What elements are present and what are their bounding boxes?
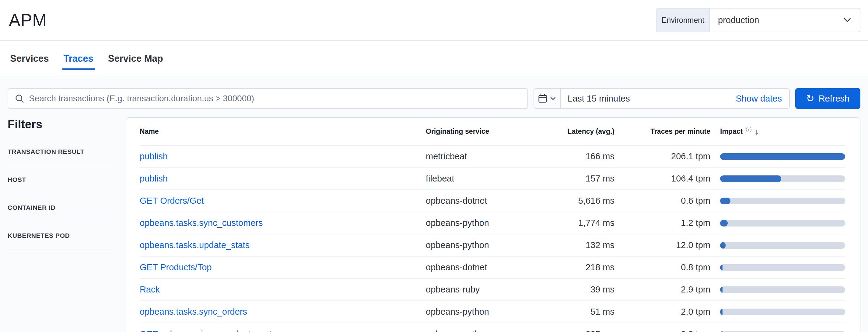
impact-bar	[720, 153, 845, 160]
originating-service: opbeans-dotnet	[426, 256, 532, 278]
latency-value: 225 ms	[532, 323, 615, 332]
filter-transaction-result[interactable]: TRANSACTION RESULT	[8, 138, 114, 166]
info-icon: ⓘ	[746, 126, 751, 134]
table-row: GET Products/Top opbeans-dotnet 218 ms 0…	[140, 256, 845, 278]
table-row: publish filebeat 157 ms 106.4 tpm	[140, 168, 845, 190]
tab-service-map[interactable]: Service Map	[107, 50, 164, 70]
table-row: opbeans.tasks.sync_customers opbeans-pyt…	[140, 212, 845, 234]
transaction-link[interactable]: GET Products/Top	[140, 262, 212, 272]
originating-service: opbeans-python	[426, 234, 532, 256]
chevron-down-icon	[550, 95, 556, 102]
primary-tabs: Services Traces Service Map	[0, 41, 868, 77]
table-header-row: Name Originating service Latency (avg.) …	[140, 118, 845, 145]
refresh-button[interactable]: ↻ Refresh	[795, 88, 860, 109]
time-range-value[interactable]: Last 15 minutes	[561, 94, 630, 104]
latency-value: 166 ms	[532, 145, 615, 168]
tab-traces[interactable]: Traces	[62, 50, 95, 70]
table-row: GET opbeans.views.product_customers opbe…	[140, 323, 845, 332]
refresh-label: Refresh	[819, 94, 850, 104]
impact-bar	[720, 287, 845, 293]
search-icon	[15, 94, 24, 103]
tpm-value: 0.6 tpm	[615, 190, 710, 212]
transaction-link[interactable]: publish	[140, 174, 168, 183]
transaction-link[interactable]: opbeans.tasks.sync_customers	[140, 218, 263, 228]
transaction-link[interactable]: publish	[140, 152, 168, 161]
tpm-value: 0.8 tpm	[615, 256, 710, 278]
search-box	[8, 88, 528, 109]
traces-table-panel: Name Originating service Latency (avg.) …	[126, 118, 860, 332]
column-header-latency[interactable]: Latency (avg.)	[532, 118, 615, 145]
calendar-icon	[538, 94, 547, 103]
chevron-down-icon	[843, 15, 852, 25]
impact-header-label: Impact	[720, 127, 743, 136]
content-area: Filters TRANSACTION RESULT HOST CONTAINE…	[0, 109, 868, 332]
transaction-link[interactable]: opbeans.tasks.update_stats	[140, 240, 250, 250]
column-header-name[interactable]: Name	[140, 118, 426, 145]
date-picker: Last 15 minutes Show dates	[533, 88, 790, 109]
impact-bar	[720, 242, 845, 249]
impact-bar	[720, 198, 845, 204]
filters-sidebar: Filters TRANSACTION RESULT HOST CONTAINE…	[8, 118, 114, 250]
latency-value: 132 ms	[532, 234, 615, 256]
originating-service: opbeans-python	[426, 301, 532, 323]
filter-kubernetes-pod[interactable]: KUBERNETES POD	[8, 222, 114, 250]
sort-desc-icon: ↓	[754, 127, 759, 136]
filters-title: Filters	[8, 118, 114, 131]
tpm-value: 2.9 tpm	[615, 278, 710, 301]
show-dates-link[interactable]: Show dates	[736, 94, 789, 104]
impact-bar	[720, 308, 845, 315]
filter-host[interactable]: HOST	[8, 166, 114, 194]
column-header-impact[interactable]: Impact ⓘ ↓	[710, 118, 845, 145]
originating-service: opbeans-python	[426, 212, 532, 234]
latency-value: 51 ms	[532, 301, 615, 323]
column-header-originating-service[interactable]: Originating service	[426, 118, 532, 145]
table-row: opbeans.tasks.update_stats opbeans-pytho…	[140, 234, 845, 256]
impact-bar	[720, 331, 845, 332]
page-title: APM	[9, 10, 47, 30]
latency-value: 1,774 ms	[532, 212, 615, 234]
filter-list: TRANSACTION RESULT HOST CONTAINER ID KUB…	[8, 138, 114, 250]
table-row: publish metricbeat 166 ms 206.1 tpm	[140, 145, 845, 168]
tpm-value: 1.2 tpm	[615, 212, 710, 234]
impact-bar	[720, 220, 845, 227]
latency-value: 157 ms	[532, 168, 615, 190]
latency-value: 218 ms	[532, 256, 615, 278]
table-row: Rack opbeans-ruby 39 ms 2.9 tpm	[140, 278, 845, 301]
originating-service: opbeans-ruby	[426, 278, 532, 301]
refresh-icon: ↻	[806, 94, 814, 103]
transaction-link[interactable]: GET opbeans.views.product_customers	[140, 329, 296, 332]
transaction-link[interactable]: Rack	[140, 285, 160, 294]
transaction-link[interactable]: opbeans.tasks.sync_orders	[140, 307, 247, 317]
environment-value: production	[718, 15, 839, 25]
calendar-button[interactable]	[534, 89, 561, 108]
impact-bar	[720, 264, 845, 271]
originating-service: filebeat	[426, 168, 532, 190]
table-row: GET Orders/Get opbeans-dotnet 5,616 ms 0…	[140, 190, 845, 212]
filter-container-id[interactable]: CONTAINER ID	[8, 194, 114, 222]
latency-value: 5,616 ms	[532, 190, 615, 212]
table-row: opbeans.tasks.sync_orders opbeans-python…	[140, 301, 845, 323]
originating-service: metricbeat	[426, 145, 532, 168]
transaction-link[interactable]: GET Orders/Get	[140, 196, 204, 205]
environment-select[interactable]: production	[710, 8, 860, 32]
tpm-value: 2.0 tpm	[615, 301, 710, 323]
environment-control: Environment production	[656, 8, 860, 32]
tpm-value: 106.4 tpm	[615, 168, 710, 190]
environment-label: Environment	[656, 8, 710, 32]
tpm-value: 0.3 tpm	[615, 323, 710, 332]
originating-service: opbeans-dotnet	[426, 190, 532, 212]
page-body: Last 15 minutes Show dates ↻ Refresh Fil…	[0, 77, 868, 332]
search-input[interactable]	[29, 94, 521, 103]
traces-table: Name Originating service Latency (avg.) …	[140, 118, 845, 332]
originating-service: opbeans-python	[426, 323, 532, 332]
search-toolbar: Last 15 minutes Show dates ↻ Refresh	[0, 77, 868, 109]
column-header-tpm[interactable]: Traces per minute	[615, 118, 710, 145]
impact-bar	[720, 175, 845, 182]
tab-services[interactable]: Services	[9, 50, 50, 70]
latency-value: 39 ms	[532, 278, 615, 301]
tpm-value: 206.1 tpm	[615, 145, 710, 168]
top-header: APM Environment production	[0, 0, 868, 41]
tpm-value: 12.0 tpm	[615, 234, 710, 256]
